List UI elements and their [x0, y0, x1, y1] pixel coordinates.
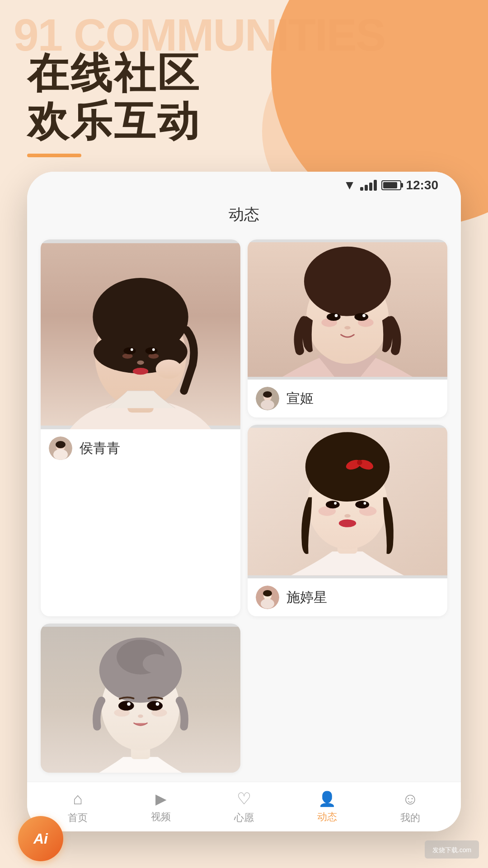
svg-point-27 [335, 314, 338, 317]
svg-point-26 [354, 313, 368, 321]
username-shitingxing: 施婷星 [286, 588, 327, 607]
svg-point-58 [143, 654, 169, 673]
bottom-nav: ⌂ 首页 ▶ 视频 ♡ 心愿 👤 动态 ☺ 我的 [27, 782, 461, 831]
avatar-2-svg [256, 387, 279, 410]
svg-point-32 [263, 391, 272, 398]
svg-point-62 [147, 701, 163, 710]
card-1-footer: 侯青青 [41, 429, 240, 467]
nav-label-home: 首页 [68, 811, 88, 825]
nav-label-activity: 动态 [317, 810, 337, 824]
svg-point-14 [156, 360, 182, 379]
battery-icon [381, 180, 401, 190]
svg-point-8 [124, 347, 136, 354]
svg-point-51 [263, 590, 272, 596]
card-xuanji[interactable]: 宣姬 [248, 239, 447, 418]
status-bar: ▼ 12:30 [27, 172, 461, 199]
ai-button[interactable]: Ai [18, 816, 63, 861]
nav-item-wish[interactable]: ♡ 心愿 [202, 789, 286, 825]
card-1-illustration [41, 239, 240, 429]
card-2-image-wrap [248, 239, 447, 380]
svg-point-9 [145, 347, 158, 354]
activity-icon: 👤 [318, 790, 336, 807]
nav-label-mine: 我的 [400, 811, 420, 825]
avatar-1-svg [49, 436, 72, 460]
card-4-footer: 施婷星 [248, 578, 447, 616]
card-2-footer: 宣姬 [248, 380, 447, 418]
svg-point-17 [56, 441, 66, 448]
wifi-icon: ▼ [343, 178, 356, 192]
svg-point-28 [362, 314, 366, 317]
card-hou-qingqing[interactable]: 侯青青 [41, 239, 240, 616]
hero-section: 在线社区 欢乐互动 [27, 50, 201, 157]
hero-underline [27, 154, 81, 157]
ai-label: Ai [33, 830, 48, 847]
time-display: 12:30 [406, 178, 438, 192]
svg-point-52 [261, 599, 274, 609]
svg-point-7 [148, 353, 159, 359]
svg-point-22 [304, 247, 391, 316]
watermark-logo: 发烧下载.com [425, 840, 479, 859]
card-3-illustration [41, 624, 240, 773]
svg-point-47 [344, 514, 350, 518]
svg-point-44 [355, 501, 369, 508]
card-2-illustration [248, 239, 447, 380]
svg-point-61 [118, 701, 134, 710]
status-icons: ▼ 12:30 [343, 178, 438, 192]
content-area: 侯青青 [27, 230, 461, 782]
nav-item-mine[interactable]: ☺ 我的 [369, 789, 452, 825]
svg-point-46 [364, 502, 366, 505]
avatar-xuanji [256, 387, 279, 410]
svg-point-29 [344, 326, 350, 330]
app-header: 动态 [27, 199, 461, 230]
hero-line2: 欢乐互动 [27, 98, 201, 145]
username-xuanji: 宣姬 [286, 389, 314, 408]
hero-title: 在线社区 欢乐互动 [27, 50, 201, 145]
card-jishi[interactable]: 计事 [41, 624, 240, 773]
nav-label-video: 视频 [151, 810, 171, 824]
bottom-watermark: 发烧下载.com [425, 840, 479, 861]
username-hou-qingqing: 侯青青 [80, 439, 120, 458]
card-4-illustration [248, 425, 447, 578]
nav-item-video[interactable]: ▶ 视频 [119, 790, 202, 824]
svg-point-13 [133, 368, 149, 375]
app-header-title: 动态 [229, 204, 259, 225]
wish-icon: ♡ [237, 789, 251, 808]
svg-point-18 [53, 449, 68, 460]
card-3-image-wrap [41, 624, 240, 773]
signal-bar-2 [365, 185, 368, 191]
phone-mockup: ▼ 12:30 动态 [27, 172, 461, 831]
nav-label-wish: 心愿 [234, 811, 254, 825]
avatar-hou-qingqing [49, 436, 72, 460]
mine-icon: ☺ [402, 789, 419, 808]
nav-item-activity[interactable]: 👤 动态 [286, 790, 369, 824]
svg-point-33 [261, 400, 274, 410]
svg-text:发烧下载.com: 发烧下载.com [432, 846, 471, 854]
svg-point-43 [326, 501, 340, 508]
card-4-image-wrap [248, 425, 447, 578]
svg-point-45 [334, 502, 337, 505]
svg-point-11 [152, 348, 155, 351]
signal-bar-1 [360, 187, 363, 191]
card-shitingxing[interactable]: 施婷星 [248, 425, 447, 616]
svg-point-65 [138, 714, 143, 718]
video-icon: ▶ [155, 790, 167, 807]
svg-point-40 [357, 460, 362, 465]
svg-point-48 [339, 519, 356, 527]
home-icon: ⌂ [73, 789, 83, 808]
right-column: 宣姬 [248, 239, 447, 616]
signal-bar-4 [374, 180, 377, 191]
avatar-4-svg [256, 586, 279, 609]
signal-bar-3 [369, 183, 372, 191]
svg-point-64 [156, 702, 160, 706]
svg-point-12 [137, 361, 144, 365]
avatar-shitingxing [256, 586, 279, 609]
hero-line1: 在线社区 [27, 50, 201, 98]
svg-point-25 [327, 313, 341, 321]
battery-body [381, 180, 401, 190]
svg-point-10 [131, 348, 133, 351]
card-1-image-wrap [41, 239, 240, 429]
svg-point-6 [122, 353, 133, 359]
battery-fill [383, 182, 397, 188]
signal-icon [360, 180, 377, 191]
svg-point-63 [127, 702, 131, 706]
